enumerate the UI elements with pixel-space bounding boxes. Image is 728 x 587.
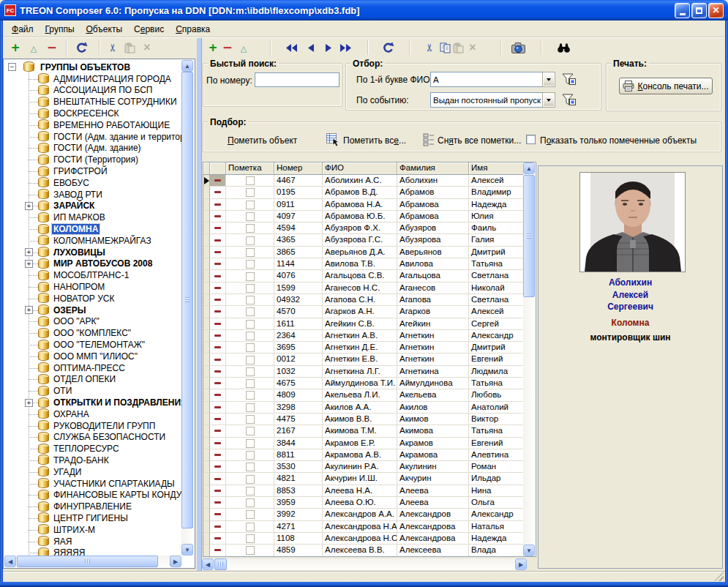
mark-checkbox[interactable] <box>246 332 255 340</box>
mark-all-link[interactable]: Пометить все... <box>343 135 406 146</box>
menu-справка[interactable]: Справка <box>170 22 216 37</box>
tree-item[interactable]: ВОСКРЕСЕНСК <box>4 108 181 119</box>
add-object-icon[interactable]: + <box>206 38 219 57</box>
mark-checkbox[interactable] <box>246 439 255 448</box>
grid-row[interactable]: 1611Агейкин С.В.АгейкинСергей <box>203 318 523 330</box>
tree-item[interactable]: ОХРАНА <box>4 408 181 420</box>
tree-item[interactable]: ТЕПЛОРЕСУРС <box>4 443 181 455</box>
tree-item[interactable]: +ОТКРЫТКИ И ПОЗДРАВЛЕНИЯ <box>4 397 181 408</box>
grid-row[interactable]: 4271Александрова Н.А.АлександроваНаталья <box>203 521 523 533</box>
menu-файл[interactable]: Файл <box>6 22 40 37</box>
cut-icon[interactable]: ✂ <box>106 38 119 57</box>
grid-row[interactable]: 1599Аганесов Н.С.АганесовНиколай <box>203 283 523 294</box>
grid-row[interactable]: 0012Агнеткин Е.В.АгнеткинЕвгений <box>203 354 523 365</box>
tree-item[interactable]: ЗАВОД РТИ <box>4 189 181 201</box>
mark-checkbox[interactable] <box>246 510 255 519</box>
mark-checkbox[interactable] <box>246 356 255 364</box>
clear-marks-link[interactable]: Снять все пометки... <box>438 135 521 146</box>
tree-item[interactable]: ОТДЕЛ ОПЕКИ <box>4 374 181 386</box>
tree-item[interactable]: РУКОВОДИТЕЛИ ГРУПП <box>4 420 181 432</box>
tree-item[interactable]: ГРИФСТРОЙ <box>4 165 181 177</box>
tree-item[interactable]: ОТИ <box>4 385 181 397</box>
tree-item[interactable]: НАНОПРОМ <box>4 281 181 293</box>
next-record-icon[interactable] <box>322 38 335 57</box>
expand-icon[interactable]: + <box>25 248 33 256</box>
tree-item[interactable]: +ОЗЕРЫ <box>4 304 181 316</box>
tree-scroll-left-icon[interactable]: ◀ <box>4 556 16 567</box>
grid-row[interactable]: 8853Алеева Н.А.АлееваНина <box>203 485 523 497</box>
tree-item[interactable]: АДМИНИСТРАЦИЯ ГОРОДА <box>4 73 181 85</box>
col-header-surname[interactable]: Фамилия <box>397 162 469 175</box>
mark-checkbox[interactable] <box>246 188 255 197</box>
tree-item[interactable]: АССОЦИАЦИЯ ПО БСП <box>4 85 181 97</box>
grid-row[interactable]: 4675Аймулдинова Т.И.АймулдиноваТатьяна <box>203 378 523 389</box>
tree-item[interactable]: +ЗАРАЙСК <box>4 201 181 212</box>
resize-grip[interactable] <box>714 572 724 581</box>
expand-icon[interactable]: + <box>25 306 33 314</box>
menu-группы[interactable]: Группы <box>40 22 80 37</box>
first-record-icon[interactable] <box>284 38 300 57</box>
mark-checkbox[interactable] <box>246 320 255 329</box>
tree-item[interactable]: ОПТИМА-ПРЕСС <box>4 362 181 374</box>
tree-item[interactable]: ИП МАРКОВ <box>4 212 181 223</box>
mark-checkbox[interactable] <box>246 546 255 555</box>
panel-splitter[interactable] <box>196 38 202 582</box>
expand-icon[interactable]: + <box>25 399 33 407</box>
tree-item[interactable]: ООО "КОМПЛЕКС" <box>4 327 181 339</box>
grid-scroll-up-icon[interactable]: ▲ <box>523 162 535 174</box>
menu-объекты[interactable]: Объекты <box>80 22 129 37</box>
clear-marks-icon[interactable] <box>423 133 435 146</box>
refresh-objects-icon[interactable] <box>381 38 394 57</box>
mark-checkbox[interactable] <box>246 534 255 543</box>
tree-hscrollbar[interactable]: ◀ ▶ <box>4 556 181 567</box>
mark-checkbox[interactable] <box>246 272 255 281</box>
expand-icon[interactable]: + <box>25 202 33 210</box>
mark-checkbox[interactable] <box>246 523 255 531</box>
tree-scroll-up-icon[interactable]: ▲ <box>181 60 193 72</box>
letter-combo-arrow-icon[interactable] <box>543 72 555 86</box>
tree-item[interactable]: КОЛОМНАМЕЖРАЙГАЗ <box>4 235 181 247</box>
grid-row[interactable]: 4475Акимов В.В.АкимовВиктор <box>203 414 523 425</box>
grid-row[interactable]: 1108Александрова Н.С.АлександроваНадежда <box>203 533 523 545</box>
tree-item[interactable]: ФИНУПРАВЛЕНИЕ <box>4 501 181 512</box>
mark-checkbox[interactable] <box>246 236 255 245</box>
tree-scroll-down-icon[interactable]: ▼ <box>181 544 193 556</box>
copy-icon[interactable] <box>438 38 451 57</box>
close-button[interactable]: ✕ <box>708 3 724 18</box>
tree-item[interactable]: +МИР АВТОБУСОВ 2008 <box>4 258 181 270</box>
tree-item[interactable]: ШТРИХ-М <box>4 524 181 536</box>
grid-row[interactable]: 4821Акчурин И.Ш.АкчуринИльдар <box>203 473 523 485</box>
cut-objects-icon[interactable]: ✂ <box>423 38 436 57</box>
grid-row[interactable]: 3530Акулинин Р.А.АкулининРоман <box>203 461 523 473</box>
mark-all-icon[interactable] <box>326 133 339 146</box>
grid-row[interactable]: 4570Агарков А.Н.АгарковАлексей <box>203 306 523 318</box>
refresh-groups-icon[interactable] <box>75 38 88 57</box>
mark-checkbox[interactable] <box>246 212 255 221</box>
event-combo-arrow-icon[interactable] <box>543 93 555 107</box>
tree-item[interactable]: ТРАДО-БАНК <box>4 455 181 466</box>
tree-item[interactable]: ФИНАНСОВЫЕ КАРТЫ КОНДУКТС <box>4 489 181 501</box>
mark-checkbox[interactable] <box>246 307 255 316</box>
event-combo[interactable]: Выдан постоянный пропуск <box>430 92 555 108</box>
grid-row[interactable]: 4076Агальцова С.В.АгальцоваСветлана <box>203 270 523 282</box>
grid-row[interactable]: 4467Аболихин А.С.АболихинАлексей <box>203 175 523 187</box>
tree-item[interactable]: НОВАТОР УСК <box>4 293 181 304</box>
grid-row[interactable]: 3298Акилов А.А.АкиловАнатолий <box>203 402 523 414</box>
tree-item[interactable]: ЯАЯ <box>4 536 181 547</box>
grid-row[interactable]: 3959Алеева О.Ю.АлееваОльга <box>203 497 523 509</box>
camera-icon[interactable] <box>510 38 526 57</box>
menu-сервис[interactable]: Сервис <box>128 22 170 37</box>
mark-checkbox[interactable] <box>246 463 255 471</box>
mark-checkbox[interactable] <box>246 284 255 293</box>
mark-checkbox[interactable] <box>246 415 255 424</box>
tree-item[interactable]: ООО "АРК" <box>4 316 181 328</box>
mark-checkbox[interactable] <box>246 201 255 209</box>
print-console-button[interactable]: Консоль печати... <box>619 78 713 94</box>
grid-row[interactable]: 3992Александров А.А.АлександровАлександр <box>203 509 523 520</box>
letter-combo[interactable]: А <box>430 72 555 87</box>
maximize-button[interactable] <box>691 3 707 18</box>
prior-record-icon[interactable] <box>304 38 318 57</box>
grid-row[interactable]: 4594Абузяров Ф.Х.АбузяровФаиль <box>203 223 523 234</box>
last-record-icon[interactable] <box>338 38 354 57</box>
tree-item[interactable]: ВНЕШТАТНЫЕ СОТРУДНИКИ <box>4 96 181 108</box>
